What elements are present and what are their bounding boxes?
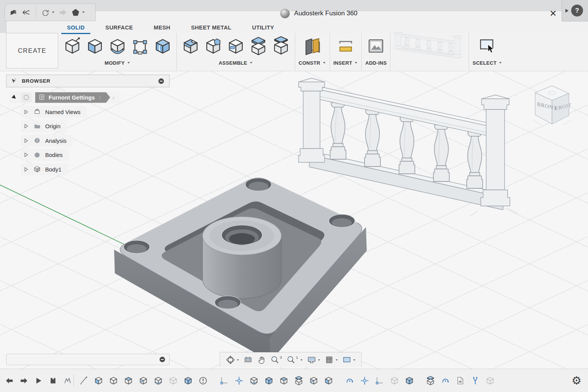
tool-construction-plane-icon[interactable] bbox=[302, 36, 323, 57]
timeline-joint2-icon[interactable] bbox=[359, 376, 370, 386]
nav-zoom-icon[interactable]: 3 bbox=[270, 355, 283, 365]
quick-redo-icon[interactable] bbox=[41, 8, 55, 17]
timeline-sketch2-icon[interactable] bbox=[219, 376, 229, 386]
expander-icon[interactable] bbox=[23, 123, 29, 129]
insert-mesh-icon bbox=[335, 36, 356, 57]
timeline-bookmark-icon[interactable] bbox=[48, 376, 58, 385]
tool-joint-icon[interactable] bbox=[203, 36, 224, 57]
nav-look-at-icon[interactable] bbox=[243, 355, 253, 365]
timeline-suppressed2-icon[interactable] bbox=[485, 376, 495, 386]
quick-home-icon[interactable] bbox=[71, 8, 85, 17]
caret-icon bbox=[322, 61, 326, 65]
motion1-icon bbox=[440, 376, 451, 386]
nav-viewport-icon[interactable] bbox=[342, 355, 356, 365]
timeline-motion1-icon[interactable] bbox=[440, 376, 451, 386]
tool-split-body-icon[interactable] bbox=[248, 36, 269, 57]
timeline-component1-icon[interactable] bbox=[425, 376, 436, 386]
browser-panel-header[interactable]: BROWSER bbox=[6, 75, 170, 87]
quick-undo-icon[interactable] bbox=[21, 8, 31, 17]
app-title: Audosterk Fusion 360 bbox=[294, 10, 357, 17]
timeline-motion2-icon[interactable] bbox=[470, 376, 480, 386]
model-plate-body1[interactable] bbox=[107, 165, 375, 369]
help-button[interactable]: ? bbox=[571, 5, 583, 16]
expanded-icon[interactable] bbox=[11, 95, 17, 100]
timeline-extrude1-icon[interactable] bbox=[93, 376, 104, 386]
history-marker-icon bbox=[63, 376, 72, 385]
ribbon-group-label[interactable]: ADD-INS bbox=[365, 59, 387, 66]
timeline-hole2-icon[interactable] bbox=[309, 376, 319, 386]
timeline-fillet1-icon[interactable] bbox=[183, 376, 193, 386]
browser-item-origin[interactable]: Origin bbox=[21, 120, 67, 132]
browser-item-furnont-gettings[interactable]: Furnont Gettings⋮› bbox=[9, 91, 121, 103]
quick-forward-icon[interactable] bbox=[58, 8, 68, 17]
nav-zoom-window-icon[interactable]: 1 bbox=[286, 355, 303, 365]
timeline-step-forward-icon[interactable] bbox=[19, 376, 29, 385]
nav-pan-icon[interactable] bbox=[256, 355, 266, 365]
tool-insert-mesh-icon[interactable] bbox=[335, 36, 356, 57]
timeline-history-marker-icon[interactable] bbox=[63, 376, 72, 385]
browser-item-named-views[interactable]: Named Views bbox=[21, 106, 87, 118]
timeline-step-back-icon[interactable] bbox=[5, 376, 14, 385]
view-cube[interactable]: BRONT EROIT bbox=[532, 83, 572, 127]
nav-orbit-icon[interactable] bbox=[225, 355, 240, 365]
expander-icon[interactable] bbox=[23, 109, 29, 115]
timeline-box3-icon[interactable] bbox=[279, 376, 289, 386]
browser-item-analysis[interactable]: Analysis bbox=[21, 135, 73, 147]
toolbar-divider bbox=[36, 6, 36, 19]
node-menu-icon[interactable]: ⋮ bbox=[98, 95, 103, 100]
node-label: Bodies bbox=[45, 152, 63, 158]
timeline-form1-icon[interactable] bbox=[249, 376, 259, 386]
browser-collapse-button[interactable] bbox=[157, 77, 165, 85]
file-icon bbox=[9, 8, 18, 17]
timeline-joint3-icon[interactable] bbox=[374, 376, 385, 386]
quick-file-icon[interactable] bbox=[9, 8, 18, 17]
browser-item-body1[interactable]: Body1 bbox=[21, 163, 68, 175]
tool-split-face-icon[interactable] bbox=[271, 36, 291, 57]
timeline-box4-icon[interactable] bbox=[404, 376, 415, 386]
box2-icon bbox=[264, 376, 274, 386]
timeline-box1-icon[interactable] bbox=[123, 376, 134, 386]
visibility-toggle[interactable] bbox=[21, 93, 31, 102]
tool-select-icon[interactable] bbox=[477, 36, 498, 57]
tab-utility[interactable]: UTILITY bbox=[242, 23, 285, 34]
ribbon-group-label[interactable]: SCELECT bbox=[472, 59, 502, 66]
timeline-revolve1-icon[interactable] bbox=[108, 376, 119, 386]
settings-gear-icon[interactable]: ⚙ bbox=[572, 374, 581, 387]
expander-icon[interactable] bbox=[23, 152, 29, 158]
revolve1-icon bbox=[108, 376, 119, 386]
browser-item-bodies[interactable]: Bodies bbox=[21, 149, 69, 161]
timeline-face1-icon[interactable] bbox=[323, 376, 334, 386]
timeline-box2-icon[interactable] bbox=[264, 376, 274, 386]
timeline-pattern1-icon[interactable] bbox=[389, 376, 400, 386]
timeline-hole1-icon[interactable] bbox=[153, 376, 163, 386]
timeline-sketch1-icon[interactable] bbox=[78, 376, 89, 386]
nav-layout-grid-icon[interactable] bbox=[324, 355, 338, 365]
display-settings-icon bbox=[307, 355, 317, 365]
timeline-divider bbox=[74, 375, 74, 387]
timeline-construction-axis-icon[interactable] bbox=[234, 376, 244, 386]
expand-triangle-icon[interactable] bbox=[565, 9, 568, 13]
ribbon-group-label[interactable]: CONSTR bbox=[299, 59, 326, 66]
nav-display-settings-icon[interactable] bbox=[307, 355, 321, 365]
comments-bar[interactable] bbox=[6, 354, 170, 365]
browser-tree: Furnont Gettings⋮›Named ViewsOriginAnaly… bbox=[0, 0, 191, 191]
ribbon-group-label[interactable]: INSERT bbox=[333, 59, 358, 66]
timeline-joint1-icon[interactable] bbox=[345, 376, 355, 386]
ribbon-group-label[interactable]: ASSEMBLE bbox=[219, 59, 253, 66]
timeline-shell1-icon[interactable] bbox=[138, 376, 149, 386]
redo-icon bbox=[41, 8, 50, 17]
selected-root-node[interactable]: Furnont Gettings⋮ bbox=[35, 92, 110, 103]
comments-collapse-button[interactable] bbox=[158, 355, 167, 364]
timeline-attach1-icon[interactable] bbox=[455, 376, 466, 386]
timeline-play-icon[interactable] bbox=[34, 376, 43, 385]
timeline-warning-icon[interactable] bbox=[198, 376, 208, 386]
tool-scripts-addins-icon[interactable] bbox=[366, 36, 386, 57]
tool-rigid-group-icon[interactable] bbox=[225, 36, 246, 57]
expander-icon[interactable] bbox=[23, 138, 29, 144]
timeline-suppressed1-icon[interactable] bbox=[168, 376, 178, 386]
timeline-shell2-icon[interactable] bbox=[294, 376, 304, 386]
expander-icon[interactable] bbox=[23, 167, 29, 172]
eye-circle-icon bbox=[22, 93, 30, 101]
close-button[interactable]: ✕ bbox=[547, 7, 560, 20]
node-label: Body1 bbox=[45, 166, 62, 173]
